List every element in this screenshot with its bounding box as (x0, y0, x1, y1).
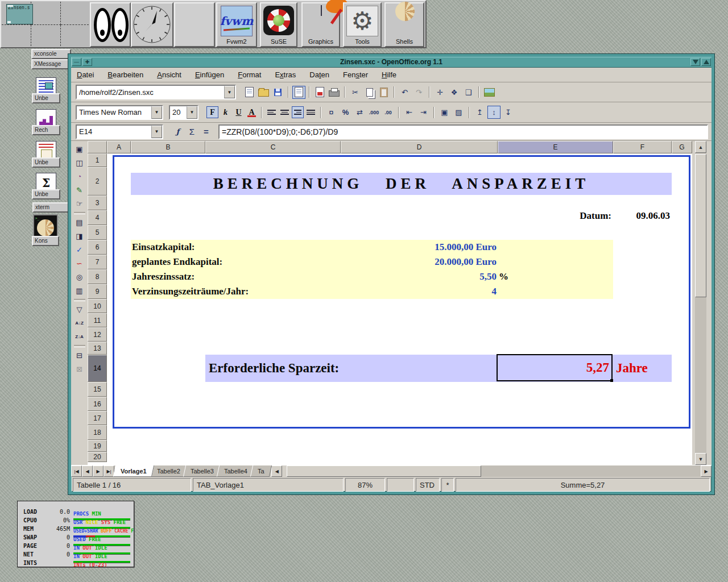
menu-bearbeiten[interactable]: Bearbeiten (107, 70, 143, 79)
find-replace-icon[interactable]: ◎ (73, 271, 86, 284)
tab-scroll-left-button[interactable]: ◀ (271, 465, 282, 477)
row-header[interactable]: 17 (88, 411, 107, 425)
align-justify-icon[interactable] (305, 106, 317, 118)
column-header-e[interactable]: E (498, 141, 613, 153)
row-header[interactable]: 8 (88, 269, 107, 284)
url-dropdown-arrow[interactable]: ▼ (224, 86, 235, 98)
column-header-c[interactable]: C (205, 141, 341, 153)
align-center-icon[interactable] (279, 106, 291, 118)
konsole-icon[interactable]: >_ (33, 214, 58, 237)
row-header[interactable]: 1 (88, 153, 107, 167)
prev-sheet-button[interactable]: ◀ (82, 465, 93, 477)
cell-fill-handle[interactable] (610, 379, 613, 382)
pager-cell[interactable] (61, 25, 89, 46)
data-sources-icon[interactable]: ▥ (73, 284, 86, 297)
name-box-dropdown-arrow[interactable]: ▼ (151, 126, 162, 138)
fvwm2-button[interactable]: fvwm Fvwm2 (216, 2, 257, 47)
minimize-button[interactable] (690, 58, 700, 66)
column-header-a[interactable]: A (107, 141, 131, 153)
align-left-icon[interactable] (266, 106, 278, 118)
column-header-d[interactable]: D (341, 141, 498, 153)
autoformat-icon[interactable]: ▤ (73, 216, 86, 229)
row-header[interactable]: 11 (88, 313, 107, 327)
tools-button[interactable]: ⚙ Tools (343, 2, 382, 47)
sheet-canvas[interactable]: BERECHNUNG DER ANSPARZEIT Datum: 09.06.0… (107, 153, 692, 465)
menu-hilfe[interactable]: Hilfe (382, 70, 396, 79)
sheet-tab-tabelle2[interactable]: Tabelle2 (150, 465, 188, 477)
icon-label-xterm[interactable]: xterm (32, 202, 73, 213)
xeyes-widget[interactable] (90, 2, 131, 47)
url-combobox[interactable]: ▼ (76, 85, 236, 99)
italic-icon[interactable]: k (220, 106, 231, 118)
insert-cells-icon[interactable]: ◫ (73, 156, 86, 169)
pager-cell[interactable] (2, 25, 31, 46)
align-right-icon[interactable] (292, 106, 304, 118)
empty-panel-button[interactable] (174, 2, 215, 47)
pager-cell[interactable] (31, 2, 61, 25)
desktop-pager[interactable]: Zinsen.s (2, 2, 89, 47)
gallery-icon[interactable] (483, 86, 496, 99)
sum-icon[interactable]: Σ (185, 125, 198, 138)
last-sheet-button[interactable]: ▶| (104, 465, 114, 477)
row-header[interactable]: 4 (88, 210, 107, 225)
spreadsheet-grid[interactable]: A B C D E F G 1 2 3 4 5 6 7 8 9 (88, 141, 692, 465)
form-functions-icon[interactable]: ☞ (73, 197, 86, 210)
scroll-right-button[interactable]: ▶ (701, 465, 712, 477)
insert-icon[interactable]: ▣ (73, 143, 86, 156)
column-header-f[interactable]: F (613, 141, 672, 153)
save-icon[interactable] (271, 86, 284, 99)
cut-icon[interactable]: ✂ (349, 86, 362, 99)
row-header[interactable]: 6 (88, 240, 107, 255)
window-sticky-button[interactable]: ✚ (82, 58, 92, 66)
menu-extras[interactable]: Extras (275, 70, 296, 79)
row-header[interactable]: 2 (88, 167, 107, 196)
first-sheet-button[interactable]: |◀ (71, 465, 82, 477)
icon-label-xmessage[interactable]: XMessage (31, 59, 70, 69)
edit-file-icon[interactable] (292, 86, 305, 99)
menu-daten[interactable]: Daten (309, 70, 329, 79)
font-size-input[interactable] (170, 106, 187, 119)
url-input[interactable] (77, 86, 224, 98)
pager-mini-window[interactable]: Zinsen.s (6, 4, 33, 24)
row-header[interactable]: 18 (88, 425, 107, 440)
function-wizard-icon[interactable]: ƒ (171, 125, 184, 138)
export-pdf-icon[interactable] (313, 86, 326, 99)
menu-fenster[interactable]: Fenster (343, 70, 368, 79)
hyperlink-icon[interactable]: ❑ (462, 86, 475, 99)
percent-format-icon[interactable]: % (339, 106, 352, 119)
menu-einfuegen[interactable]: Einfügen (195, 70, 224, 79)
redo-icon[interactable]: ↷ (412, 86, 425, 99)
row-header-selected[interactable]: 14 (88, 355, 107, 382)
sort-descending-icon[interactable]: Z↓A (73, 330, 86, 343)
row-header[interactable]: 7 (88, 255, 107, 269)
horizontal-scrollbar[interactable]: ▶ (287, 465, 712, 477)
new-document-icon[interactable] (243, 86, 256, 99)
align-top-icon[interactable]: ↥ (473, 106, 486, 119)
undo-icon[interactable]: ↶ (398, 86, 411, 99)
draw-functions-icon[interactable]: ✎ (73, 184, 86, 197)
stylist-icon[interactable]: ❖ (448, 86, 461, 99)
open-icon[interactable] (257, 86, 270, 99)
suse-button[interactable]: SuSE (260, 2, 297, 47)
themes-icon[interactable]: ◨ (73, 230, 86, 243)
decrease-indent-icon[interactable]: ⇤ (403, 106, 416, 119)
bold-icon[interactable]: F (206, 106, 218, 118)
selected-cell-e14[interactable]: 5,27 (497, 354, 613, 381)
menu-datei[interactable]: Datei (77, 70, 94, 79)
row-header[interactable]: 3 (88, 196, 107, 210)
vertical-scroll-thumb[interactable] (695, 154, 706, 297)
navigator-icon[interactable]: ✛ (433, 86, 446, 99)
menu-ansicht[interactable]: Ansicht (157, 70, 181, 79)
add-decimal-icon[interactable]: .000 (367, 106, 380, 119)
currency-format-icon[interactable]: ¤ (325, 106, 338, 119)
sheet-tab-tabelle4[interactable]: Tabelle4 (216, 465, 254, 477)
formula-input[interactable] (220, 126, 707, 138)
window-menu-button[interactable]: — (72, 58, 81, 66)
row-header[interactable]: 5 (88, 225, 107, 240)
cell-reference-input[interactable] (77, 126, 151, 138)
equals-icon[interactable]: = (200, 125, 213, 138)
font-color-icon[interactable]: A (246, 106, 258, 118)
font-size-combobox[interactable]: ▼ (169, 105, 198, 120)
sheet-tab-tabelle3[interactable]: Tabelle3 (183, 465, 221, 477)
row-header[interactable]: 19 (88, 440, 107, 452)
